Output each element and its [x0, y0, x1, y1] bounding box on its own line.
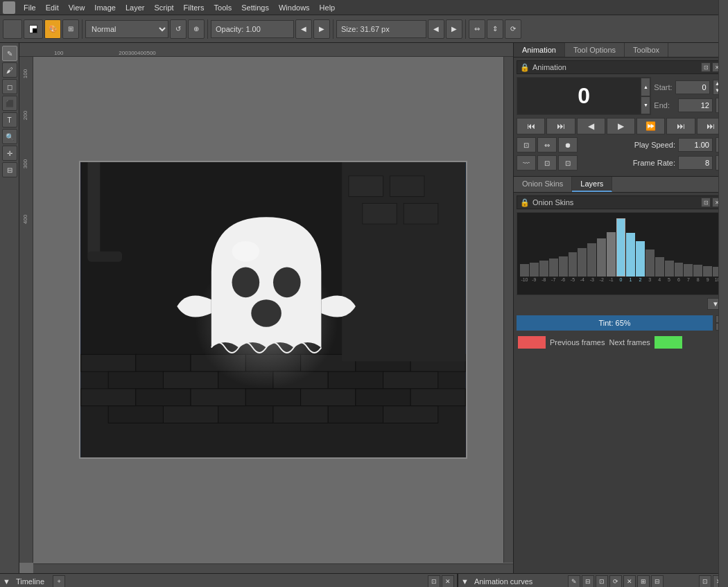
frame-rate-input[interactable] [678, 156, 713, 170]
opacity-display: Opacity: 1.00 [211, 20, 294, 38]
canvas-area: 100 200 300 400 500 100 200 300 400 [19, 43, 513, 573]
frame-scroll-up[interactable]: ▲ [641, 78, 650, 96]
opacity-decrement-btn[interactable]: ◀ [295, 19, 312, 39]
tool-icon-2[interactable] [24, 19, 43, 39]
crop-tool[interactable]: ⊟ [2, 162, 17, 177]
prev-frame-btn[interactable]: ⏭ [546, 118, 575, 134]
move-tool[interactable]: ✛ [2, 146, 17, 161]
tab-animation[interactable]: Animation [514, 43, 565, 57]
svg-rect-31 [363, 203, 397, 224]
blend-mode-select[interactable]: Normal [85, 20, 168, 38]
svg-rect-30 [390, 176, 424, 197]
curves-tools: ✎ ⊟ ⊡ ⟳ ✕ ⊞ ⊟ [568, 575, 664, 587]
zoom-tool[interactable]: 🔍 [2, 129, 17, 144]
curves-tool-5[interactable]: ✕ [623, 575, 636, 587]
tool-icon-1[interactable] [3, 19, 22, 39]
tab-onion-skins[interactable]: Onion Skins [514, 177, 572, 192]
play-speed-input[interactable] [678, 138, 713, 152]
end-input[interactable] [678, 98, 713, 112]
curves-tool-2[interactable]: ⊟ [582, 575, 594, 587]
next-frames-color [655, 336, 682, 349]
tool-icon-3[interactable]: 🎨 [44, 19, 61, 39]
current-frame-display: 0 [578, 83, 590, 108]
wave-btn-1[interactable]: 〰 [517, 155, 536, 170]
frame-rate-label: Frame Rate: [633, 159, 675, 167]
curves-tool-6[interactable]: ⊞ [637, 575, 650, 587]
play-back-btn[interactable]: ◀ [577, 118, 605, 134]
onion-bar-m1: -1 [607, 218, 616, 282]
goto-end-btn[interactable]: ⏭ [666, 118, 695, 134]
svg-point-39 [251, 299, 281, 327]
menu-filters[interactable]: Filters [180, 2, 209, 13]
loop-btn[interactable]: ⊡ [517, 137, 536, 152]
timeline-add-btn[interactable]: + [53, 575, 65, 587]
svg-rect-26 [328, 406, 383, 423]
prev-frames-label: Previous frames [550, 338, 605, 347]
opacity-increment-btn[interactable]: ▶ [313, 19, 330, 39]
size-increment-btn[interactable]: ▶ [446, 19, 462, 39]
curves-float-btn[interactable]: ⊡ [699, 575, 711, 587]
fill-tool[interactable]: ⬛ [2, 96, 17, 111]
tint-row: Tint: 65% ▲ ▼ [517, 315, 725, 331]
tab-layers[interactable]: Layers [572, 177, 612, 192]
animation-lock-icon: 🔒 [520, 63, 530, 72]
timeline-close-btn[interactable]: ✕ [442, 575, 454, 587]
play-forward-btn[interactable]: ▶ [607, 118, 635, 134]
rotate-btn[interactable]: ⟳ [505, 19, 521, 39]
size-decrement-btn[interactable]: ◀ [428, 19, 444, 39]
bounce-btn[interactable]: ⇔ [537, 137, 557, 152]
menu-help[interactable]: Help [315, 2, 340, 13]
curves-tool-3[interactable]: ⊡ [596, 575, 608, 587]
wave-btn-2[interactable]: ⊡ [537, 155, 557, 170]
curves-vscrollbar[interactable] [718, 0, 728, 587]
paint-tool[interactable]: 🖌 [2, 62, 17, 78]
app-logo [3, 1, 15, 14]
next-frame-btn[interactable]: ⏩ [636, 118, 665, 134]
onion-chart: -10 -9 -8 -7 [517, 212, 725, 295]
curves-title: Animation curves [474, 577, 532, 586]
text-tool[interactable]: T [2, 112, 17, 128]
menu-image[interactable]: Image [90, 2, 120, 13]
svg-rect-23 [163, 406, 218, 423]
flip-h-btn[interactable]: ⇔ [469, 19, 485, 39]
timeline-float-btn[interactable]: ⊡ [428, 575, 440, 587]
onion-bars-container: -10 -9 -8 -7 [520, 216, 722, 292]
tab-tool-options[interactable]: Tool Options [565, 43, 625, 57]
menu-view[interactable]: View [64, 2, 89, 13]
wave-btn-3[interactable]: ⊡ [558, 155, 578, 170]
curves-collapse-icon[interactable]: ▼ [461, 577, 469, 586]
animation-float-btn[interactable]: ⊡ [701, 62, 711, 72]
menu-edit[interactable]: Edit [42, 2, 63, 13]
timeline-collapse-icon[interactable]: ▼ [3, 577, 10, 586]
mode-reset-btn[interactable]: ↺ [170, 19, 187, 39]
curves-tool-4[interactable]: ⟳ [609, 575, 622, 587]
mode-expand-btn[interactable]: ⊕ [188, 19, 205, 39]
tab-toolbox[interactable]: Toolbox [625, 43, 668, 57]
curves-tool-7[interactable]: ⊟ [651, 575, 664, 587]
animation-panel-header: 🔒 Animation ⊡ ✕ [517, 60, 725, 74]
onion-bar-3: 3 [645, 218, 655, 282]
menu-settings[interactable]: Settings [237, 2, 273, 13]
canvas-v-scrollbar[interactable] [503, 57, 513, 563]
onion-float-btn[interactable]: ⊡ [701, 198, 711, 207]
goto-start-btn[interactable]: ⏮ [517, 118, 545, 134]
onion-skins-panel: 🔒 Onion Skins ⊡ ✕ -10 -9 [514, 193, 728, 354]
start-input[interactable] [675, 80, 710, 94]
menu-tools[interactable]: Tools [210, 2, 236, 13]
curves-tool-1[interactable]: ✎ [568, 575, 580, 587]
tool-icon-4[interactable]: ⊞ [62, 19, 79, 39]
curves-header: ▼ Animation curves ✎ ⊟ ⊡ ⟳ ✕ ⊞ ⊟ ⊡ ✕ [458, 574, 728, 587]
frame-scroll-down[interactable]: ▼ [641, 96, 650, 115]
menu-layer[interactable]: Layer [121, 2, 149, 13]
frame-rate-row: 〰 ⊡ ⊡ Frame Rate: ▲ ▼ [517, 155, 725, 170]
erase-tool[interactable]: ◻ [2, 79, 17, 94]
record-btn[interactable]: ⏺ [558, 137, 578, 152]
canvas-h-scrollbar[interactable] [33, 563, 513, 573]
menu-file[interactable]: File [19, 2, 40, 13]
svg-point-37 [232, 268, 260, 298]
menu-script[interactable]: Script [150, 2, 177, 13]
flip-v-btn[interactable]: ⇕ [487, 19, 503, 39]
onion-bar-m8: -8 [539, 218, 548, 282]
select-tool[interactable]: ✎ [2, 46, 17, 61]
menu-windows[interactable]: Windows [275, 2, 314, 13]
